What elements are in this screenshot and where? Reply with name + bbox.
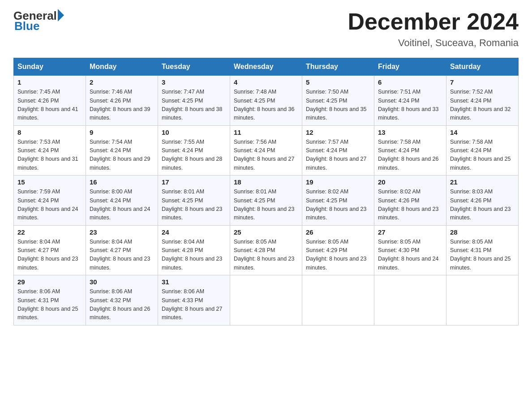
calendar-cell: 11Sunrise: 7:56 AMSunset: 4:24 PMDayligh… — [230, 125, 302, 176]
calendar-cell: 6Sunrise: 7:51 AMSunset: 4:24 PMDaylight… — [374, 76, 446, 126]
day-number: 10 — [162, 128, 226, 136]
header-friday: Friday — [374, 58, 446, 76]
day-info: Sunrise: 8:06 AMSunset: 4:32 PMDaylight:… — [90, 287, 154, 322]
day-info: Sunrise: 7:56 AMSunset: 4:24 PMDaylight:… — [234, 138, 298, 173]
day-number: 14 — [450, 128, 515, 136]
header-tuesday: Tuesday — [158, 58, 230, 76]
calendar-cell: 26Sunrise: 8:05 AMSunset: 4:29 PMDayligh… — [302, 225, 374, 275]
day-number: 18 — [234, 178, 298, 186]
calendar-cell: 10Sunrise: 7:55 AMSunset: 4:24 PMDayligh… — [158, 125, 230, 176]
day-number: 5 — [306, 78, 370, 86]
calendar-cell: 20Sunrise: 8:02 AMSunset: 4:26 PMDayligh… — [374, 176, 446, 226]
day-info: Sunrise: 8:04 AMSunset: 4:27 PMDaylight:… — [90, 238, 154, 273]
logo: General Blue — [13, 9, 64, 33]
day-number: 30 — [90, 278, 154, 286]
day-number: 31 — [162, 278, 226, 286]
calendar-cell — [230, 275, 302, 325]
page-header: General Blue December 2024 Voitinel, Suc… — [13, 9, 519, 49]
title-block: December 2024 Voitinel, Suceava, Romania — [348, 9, 519, 49]
day-info: Sunrise: 7:53 AMSunset: 4:24 PMDaylight:… — [17, 138, 82, 173]
day-number: 6 — [378, 78, 442, 86]
day-number: 2 — [90, 78, 154, 86]
calendar-cell: 24Sunrise: 8:04 AMSunset: 4:28 PMDayligh… — [158, 225, 230, 275]
day-number: 27 — [378, 228, 442, 236]
day-number: 1 — [17, 78, 82, 86]
calendar-cell: 2Sunrise: 7:46 AMSunset: 4:26 PMDaylight… — [86, 76, 158, 126]
day-info: Sunrise: 8:03 AMSunset: 4:26 PMDaylight:… — [450, 188, 515, 223]
day-info: Sunrise: 7:57 AMSunset: 4:24 PMDaylight:… — [306, 138, 370, 173]
header-monday: Monday — [86, 58, 158, 76]
header-wednesday: Wednesday — [230, 58, 302, 76]
logo-blue-text: Blue — [13, 19, 39, 33]
calendar-cell: 16Sunrise: 8:00 AMSunset: 4:24 PMDayligh… — [86, 176, 158, 226]
day-number: 8 — [17, 128, 82, 136]
day-info: Sunrise: 7:47 AMSunset: 4:25 PMDaylight:… — [162, 88, 226, 123]
calendar-cell: 23Sunrise: 8:04 AMSunset: 4:27 PMDayligh… — [86, 225, 158, 275]
day-number: 4 — [234, 78, 298, 86]
day-info: Sunrise: 7:58 AMSunset: 4:24 PMDaylight:… — [378, 138, 442, 173]
day-info: Sunrise: 8:02 AMSunset: 4:26 PMDaylight:… — [378, 188, 442, 223]
day-number: 24 — [162, 228, 226, 236]
calendar-cell: 5Sunrise: 7:50 AMSunset: 4:25 PMDaylight… — [302, 76, 374, 126]
calendar-cell: 12Sunrise: 7:57 AMSunset: 4:24 PMDayligh… — [302, 125, 374, 176]
calendar-week-row: 22Sunrise: 8:04 AMSunset: 4:27 PMDayligh… — [14, 225, 519, 275]
day-info: Sunrise: 8:01 AMSunset: 4:25 PMDaylight:… — [234, 188, 298, 223]
day-info: Sunrise: 7:45 AMSunset: 4:26 PMDaylight:… — [17, 88, 82, 123]
day-number: 15 — [17, 178, 82, 186]
calendar-cell: 15Sunrise: 7:59 AMSunset: 4:24 PMDayligh… — [14, 176, 86, 226]
day-info: Sunrise: 8:00 AMSunset: 4:24 PMDaylight:… — [90, 188, 154, 223]
header-sunday: Sunday — [14, 58, 86, 76]
location-subtitle: Voitinel, Suceava, Romania — [348, 37, 519, 49]
calendar-cell: 8Sunrise: 7:53 AMSunset: 4:24 PMDaylight… — [14, 125, 86, 176]
calendar-cell — [302, 275, 374, 325]
day-info: Sunrise: 7:48 AMSunset: 4:25 PMDaylight:… — [234, 88, 298, 123]
day-info: Sunrise: 8:04 AMSunset: 4:28 PMDaylight:… — [162, 238, 226, 273]
calendar-cell: 17Sunrise: 8:01 AMSunset: 4:25 PMDayligh… — [158, 176, 230, 226]
day-info: Sunrise: 7:52 AMSunset: 4:24 PMDaylight:… — [450, 88, 515, 123]
calendar-cell: 21Sunrise: 8:03 AMSunset: 4:26 PMDayligh… — [446, 176, 519, 226]
day-info: Sunrise: 7:55 AMSunset: 4:24 PMDaylight:… — [162, 138, 226, 173]
day-number: 19 — [306, 178, 370, 186]
day-info: Sunrise: 8:05 AMSunset: 4:31 PMDaylight:… — [450, 238, 515, 273]
day-info: Sunrise: 7:59 AMSunset: 4:24 PMDaylight:… — [17, 188, 82, 223]
logo-arrow-icon — [58, 9, 64, 21]
day-number: 20 — [378, 178, 442, 186]
calendar-cell — [374, 275, 446, 325]
month-title: December 2024 — [348, 9, 519, 34]
calendar-week-row: 1Sunrise: 7:45 AMSunset: 4:26 PMDaylight… — [14, 76, 519, 126]
calendar-cell: 7Sunrise: 7:52 AMSunset: 4:24 PMDaylight… — [446, 76, 519, 126]
day-info: Sunrise: 8:04 AMSunset: 4:27 PMDaylight:… — [17, 238, 82, 273]
calendar-header-row: SundayMondayTuesdayWednesdayThursdayFrid… — [14, 58, 519, 76]
day-number: 7 — [450, 78, 515, 86]
calendar-cell: 29Sunrise: 8:06 AMSunset: 4:31 PMDayligh… — [14, 275, 86, 325]
calendar-cell: 27Sunrise: 8:05 AMSunset: 4:30 PMDayligh… — [374, 225, 446, 275]
calendar-cell: 14Sunrise: 7:58 AMSunset: 4:24 PMDayligh… — [446, 125, 519, 176]
day-info: Sunrise: 8:06 AMSunset: 4:31 PMDaylight:… — [17, 287, 82, 322]
day-number: 26 — [306, 228, 370, 236]
day-number: 17 — [162, 178, 226, 186]
calendar-cell: 1Sunrise: 7:45 AMSunset: 4:26 PMDaylight… — [14, 76, 86, 126]
calendar-week-row: 8Sunrise: 7:53 AMSunset: 4:24 PMDaylight… — [14, 125, 519, 176]
calendar-cell: 13Sunrise: 7:58 AMSunset: 4:24 PMDayligh… — [374, 125, 446, 176]
day-number: 12 — [306, 128, 370, 136]
day-info: Sunrise: 8:02 AMSunset: 4:25 PMDaylight:… — [306, 188, 370, 223]
calendar-week-row: 15Sunrise: 7:59 AMSunset: 4:24 PMDayligh… — [14, 176, 519, 226]
day-number: 13 — [378, 128, 442, 136]
day-number: 11 — [234, 128, 298, 136]
day-info: Sunrise: 7:50 AMSunset: 4:25 PMDaylight:… — [306, 88, 370, 123]
day-info: Sunrise: 7:58 AMSunset: 4:24 PMDaylight:… — [450, 138, 515, 173]
day-number: 29 — [17, 278, 82, 286]
calendar-cell: 30Sunrise: 8:06 AMSunset: 4:32 PMDayligh… — [86, 275, 158, 325]
day-info: Sunrise: 8:06 AMSunset: 4:33 PMDaylight:… — [162, 287, 226, 322]
calendar-week-row: 29Sunrise: 8:06 AMSunset: 4:31 PMDayligh… — [14, 275, 519, 325]
calendar-cell: 9Sunrise: 7:54 AMSunset: 4:24 PMDaylight… — [86, 125, 158, 176]
calendar-cell: 4Sunrise: 7:48 AMSunset: 4:25 PMDaylight… — [230, 76, 302, 126]
calendar-cell: 28Sunrise: 8:05 AMSunset: 4:31 PMDayligh… — [446, 225, 519, 275]
header-thursday: Thursday — [302, 58, 374, 76]
calendar-cell: 19Sunrise: 8:02 AMSunset: 4:25 PMDayligh… — [302, 176, 374, 226]
day-number: 3 — [162, 78, 226, 86]
day-info: Sunrise: 8:01 AMSunset: 4:25 PMDaylight:… — [162, 188, 226, 223]
calendar-cell: 3Sunrise: 7:47 AMSunset: 4:25 PMDaylight… — [158, 76, 230, 126]
day-number: 28 — [450, 228, 515, 236]
calendar-cell: 22Sunrise: 8:04 AMSunset: 4:27 PMDayligh… — [14, 225, 86, 275]
